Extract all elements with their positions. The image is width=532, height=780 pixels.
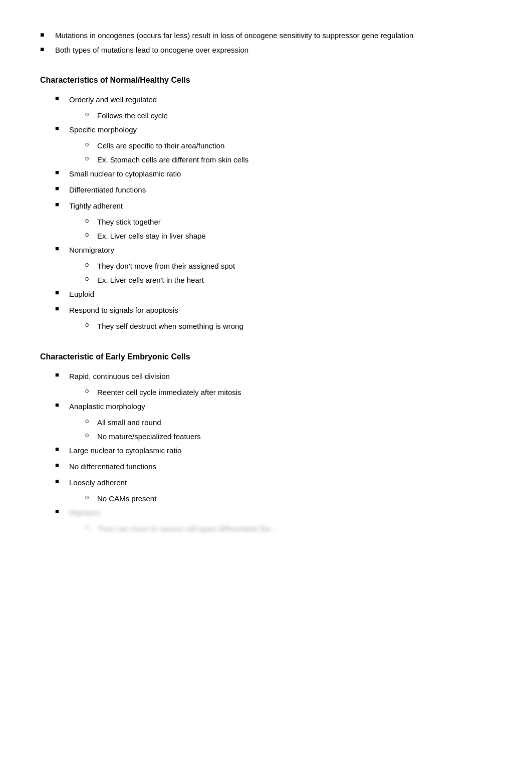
sub-item-text: They don’t move from their assigned spot bbox=[97, 260, 492, 272]
bullet-icon: ■ bbox=[55, 288, 69, 296]
sub-item-text: Ex. Liver cells aren't in the heart bbox=[97, 274, 492, 286]
sub-item: o They don’t move from their assigned sp… bbox=[85, 260, 492, 272]
section1-item-1: ■ Orderly and well regulated bbox=[55, 94, 492, 106]
intro-bullet-1: ■ Mutations in oncogenes (occurs far les… bbox=[40, 30, 492, 42]
section1-item-8-sub: o They self destruct when something is w… bbox=[85, 320, 492, 332]
sub-bullet-icon: o bbox=[85, 431, 97, 439]
section2-item-5: ■ Loosely adherent bbox=[55, 477, 492, 489]
item-text-blurred: Migratory bbox=[69, 507, 492, 519]
bullet-icon: ■ bbox=[55, 184, 69, 192]
section1-item-5-sub: o They stick together o Ex. Liver cells … bbox=[85, 216, 492, 242]
section2-item-6-sub: o They can move to various cell types di… bbox=[85, 523, 492, 535]
section1-item-2: ■ Specific morphology bbox=[55, 124, 492, 136]
section-embryonic-cells: Characteristic of Early Embryonic Cells … bbox=[40, 352, 492, 535]
item-text: Loosely adherent bbox=[69, 477, 492, 489]
sub-bullet-icon: o bbox=[85, 386, 97, 395]
bullet-icon: ■ bbox=[55, 370, 69, 378]
item-text: Euploid bbox=[69, 288, 492, 300]
section2-item-4: ■ No differentiated functions bbox=[55, 461, 492, 473]
bullet-icon: ■ bbox=[55, 200, 69, 208]
sub-bullet-icon: o bbox=[85, 154, 97, 162]
bullet-icon: ■ bbox=[55, 507, 69, 515]
sub-bullet-icon: o bbox=[85, 216, 97, 224]
list-item: ■ Specific morphology o Cells are specif… bbox=[55, 124, 492, 166]
list-item: ■ Euploid bbox=[55, 288, 492, 300]
sub-item-text: All small and round bbox=[97, 417, 492, 429]
sub-bullet-icon: o bbox=[85, 260, 97, 268]
intro-bullet-2: ■ Both types of mutations lead to oncoge… bbox=[40, 45, 492, 56]
list-item: ■ Differentiated functions bbox=[55, 184, 492, 196]
sub-item: o Ex. Liver cells aren't in the heart bbox=[85, 274, 492, 286]
list-item: ■ Nonmigratory o They don’t move from th… bbox=[55, 244, 492, 286]
sub-bullet-icon: o bbox=[85, 110, 97, 118]
section2-item-3: ■ Large nuclear to cytoplasmic ratio bbox=[55, 445, 492, 457]
sub-item-text: No CAMs present bbox=[97, 493, 492, 505]
section1-item-8: ■ Respond to signals for apoptosis bbox=[55, 304, 492, 316]
bullet-icon-1: ■ bbox=[40, 30, 55, 39]
sub-bullet-icon: o bbox=[85, 274, 97, 282]
item-text: Differentiated functions bbox=[69, 184, 492, 196]
section1-item-2-sub: o Cells are specific to their area/funct… bbox=[85, 140, 492, 166]
section1-item-4: ■ Differentiated functions bbox=[55, 184, 492, 196]
list-item: ■ Large nuclear to cytoplasmic ratio bbox=[55, 445, 492, 457]
section-normal-cells: Characteristics of Normal/Healthy Cells … bbox=[40, 76, 492, 332]
list-item: ■ Anaplastic morphology o All small and … bbox=[55, 401, 492, 443]
sub-item: o Ex. Stomach cells are different from s… bbox=[85, 154, 492, 166]
sub-item: o They stick together bbox=[85, 216, 492, 228]
section2-item-2-sub: o All small and round o No mature/specia… bbox=[85, 417, 492, 443]
sub-item: o Cells are specific to their area/funct… bbox=[85, 140, 492, 152]
intro-bullet-1-text: Mutations in oncogenes (occurs far less)… bbox=[55, 30, 492, 42]
list-item: ■ Tightly adherent o They stick together… bbox=[55, 200, 492, 242]
item-text: Orderly and well regulated bbox=[69, 94, 492, 106]
sub-item-text: They stick together bbox=[97, 216, 492, 228]
bullet-icon: ■ bbox=[55, 168, 69, 176]
bullet-icon: ■ bbox=[55, 401, 69, 409]
section2-item-6: ■ Migratory bbox=[55, 507, 492, 519]
list-item: ■ Migratory o They can move to various c… bbox=[55, 507, 492, 535]
section1-item-1-sub: o Follows the cell cycle bbox=[85, 110, 492, 122]
section2-title: Characteristic of Early Embryonic Cells bbox=[40, 352, 492, 361]
sub-bullet-icon: o bbox=[85, 140, 97, 148]
section2-item-5-sub: o No CAMs present bbox=[85, 493, 492, 505]
bullet-icon: ■ bbox=[55, 461, 69, 469]
sub-item: o All small and round bbox=[85, 417, 492, 429]
list-item: ■ Small nuclear to cytoplasmic ratio bbox=[55, 168, 492, 180]
sub-item-text: Follows the cell cycle bbox=[97, 110, 492, 122]
section1-item-5: ■ Tightly adherent bbox=[55, 200, 492, 212]
sub-item: o Reenter cell cycle immediately after m… bbox=[85, 386, 492, 399]
item-text: Specific morphology bbox=[69, 124, 492, 136]
section2-item-1: ■ Rapid, continuous cell division bbox=[55, 370, 492, 382]
section1-item-6-sub: o They don’t move from their assigned sp… bbox=[85, 260, 492, 286]
item-text: Anaplastic morphology bbox=[69, 401, 492, 413]
list-item: ■ Orderly and well regulated o Follows t… bbox=[55, 94, 492, 122]
bullet-icon: ■ bbox=[55, 304, 69, 312]
sub-item-text: Cells are specific to their area/functio… bbox=[97, 140, 492, 152]
bullet-icon: ■ bbox=[55, 94, 69, 102]
sub-item-text: Ex. Stomach cells are different from ski… bbox=[97, 154, 492, 166]
sub-item: o Ex. Liver cells stay in liver shape bbox=[85, 230, 492, 242]
list-item: ■ Loosely adherent o No CAMs present bbox=[55, 477, 492, 505]
intro-bullet-2-text: Both types of mutations lead to oncogene… bbox=[55, 45, 492, 56]
item-text: Nonmigratory bbox=[69, 244, 492, 256]
section2-item-2: ■ Anaplastic morphology bbox=[55, 401, 492, 413]
sub-item-text: They self destruct when something is wro… bbox=[97, 320, 492, 332]
list-item: ■ No differentiated functions bbox=[55, 461, 492, 473]
bullet-icon: ■ bbox=[55, 124, 69, 132]
item-text: Tightly adherent bbox=[69, 200, 492, 212]
section1-list: ■ Orderly and well regulated o Follows t… bbox=[55, 94, 492, 332]
sub-item: o Follows the cell cycle bbox=[85, 110, 492, 122]
section1-item-3: ■ Small nuclear to cytoplasmic ratio bbox=[55, 168, 492, 180]
sub-bullet-icon: o bbox=[85, 320, 97, 328]
sub-bullet-icon: o bbox=[85, 230, 97, 238]
sub-item: o No mature/specialized featuers bbox=[85, 431, 492, 443]
sub-item-text: No mature/specialized featuers bbox=[97, 431, 492, 443]
section2-list: ■ Rapid, continuous cell division o Reen… bbox=[55, 370, 492, 535]
sub-item-text-blurred: They can move to various cell types diff… bbox=[97, 523, 492, 535]
bullet-icon: ■ bbox=[55, 244, 69, 252]
intro-section: ■ Mutations in oncogenes (occurs far les… bbox=[40, 30, 492, 56]
section1-item-7: ■ Euploid bbox=[55, 288, 492, 300]
section2-item-1-sub: o Reenter cell cycle immediately after m… bbox=[85, 386, 492, 399]
item-text: Respond to signals for apoptosis bbox=[69, 304, 492, 316]
sub-item-text: Ex. Liver cells stay in liver shape bbox=[97, 230, 492, 242]
sub-item: o No CAMs present bbox=[85, 493, 492, 505]
